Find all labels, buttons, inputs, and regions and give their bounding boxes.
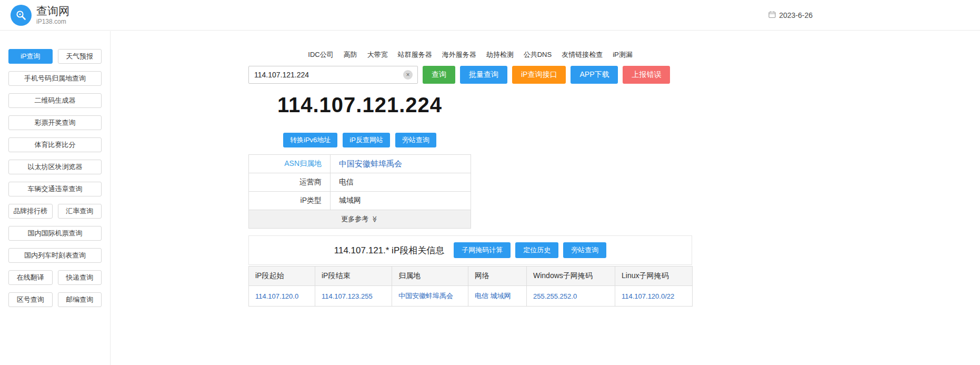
segment-section: 114.107.121.* iP段相关信息 子网掩码计算定位历史旁站查询 iP段… <box>248 235 692 307</box>
nav-link[interactable]: IDC公司 <box>308 50 333 60</box>
action-button[interactable]: APP下载 <box>571 66 618 84</box>
sidebar-item[interactable]: 天气预报 <box>58 49 102 64</box>
info-value: 电信 <box>331 173 471 192</box>
segment-tool-button[interactable]: 定位历史 <box>515 242 558 258</box>
ip-tool-button[interactable]: iP反查网站 <box>343 133 390 147</box>
segment-tool-button[interactable]: 子网掩码计算 <box>454 242 511 258</box>
ip-action-buttons: 转换iPv6地址iP反查网站旁站查询 <box>248 133 471 147</box>
ip-heading: 114.107.121.224 <box>248 93 471 117</box>
table-cell[interactable]: 255.255.252.0 <box>527 286 615 307</box>
ip-info-table: ASN归属地中国安徽蚌埠禹会运营商电信iP类型城域网更多参考≫ <box>248 154 471 229</box>
table-cell[interactable]: 114.107.120.0 <box>249 286 315 307</box>
column-header: iP段起始 <box>249 267 315 286</box>
sidebar-row: 品牌排行榜汇率查询 <box>8 204 102 219</box>
sidebar-row: 手机号码归属地查询 <box>8 71 102 86</box>
header: 查询网 iP138.com 2023-6-26 <box>0 0 980 31</box>
sidebar-item[interactable]: iP查询 <box>8 49 53 64</box>
sidebar: iP查询天气预报手机号码归属地查询二维码生成器彩票开奖查询体育比赛比分以太坊区块… <box>0 31 111 365</box>
ip-info-body: ASN归属地中国安徽蚌埠禹会运营商电信iP类型城域网更多参考≫ <box>249 155 471 229</box>
date-display: 2023-6-26 <box>768 11 813 19</box>
more-label: 更多参考 <box>341 215 368 223</box>
sidebar-item[interactable]: 体育比赛比分 <box>8 137 102 152</box>
site-title: 查询网 <box>36 5 69 17</box>
action-button[interactable]: 批量查询 <box>460 66 507 84</box>
action-button[interactable]: 上报错误 <box>623 66 670 84</box>
search-buttons: 查询批量查询iP查询接口APP下载上报错误 <box>423 66 670 84</box>
sidebar-item[interactable]: 品牌排行榜 <box>8 204 53 219</box>
table-cell[interactable]: 114.107.123.255 <box>315 286 392 307</box>
info-row: iP类型城域网 <box>249 192 471 210</box>
table-cell[interactable]: 中国安徽蚌埠禹会 <box>392 286 468 307</box>
column-header: 网络 <box>468 267 527 286</box>
ip-tool-button[interactable]: 旁站查询 <box>395 133 436 147</box>
nav-link[interactable]: 高防 <box>344 50 357 60</box>
sidebar-item[interactable]: 区号查询 <box>8 292 53 307</box>
column-header: Linux子网掩码 <box>615 267 693 286</box>
sidebar-item[interactable]: 二维码生成器 <box>8 93 102 108</box>
sidebar-row: 体育比赛比分 <box>8 137 102 152</box>
table-row: 114.107.120.0114.107.123.255中国安徽蚌埠禹会电信 城… <box>249 286 693 307</box>
segment-title: 114.107.121.* iP段相关信息 <box>334 244 444 257</box>
info-label[interactable]: ASN归属地 <box>249 155 331 173</box>
segment-table: iP段起始iP段结束归属地网络Windows子网掩码Linux子网掩码 114.… <box>248 266 693 307</box>
sidebar-row: 二维码生成器 <box>8 93 102 108</box>
sidebar-item[interactable]: 国内列车时刻表查询 <box>8 248 102 263</box>
sidebar-row: iP查询天气预报 <box>8 49 102 64</box>
sidebar-item[interactable]: 彩票开奖查询 <box>8 115 102 130</box>
sidebar-item[interactable]: 车辆交通违章查询 <box>8 182 102 196</box>
action-button[interactable]: 查询 <box>423 66 455 84</box>
nav-link[interactable]: 劫持检测 <box>486 50 514 60</box>
table-cell[interactable]: 114.107.120.0/22 <box>615 286 693 307</box>
sidebar-row: 国内国际机票查询 <box>8 226 102 241</box>
sidebar-row: 以太坊区块浏览器 <box>8 160 102 174</box>
logo-text: 查询网 iP138.com <box>36 5 69 25</box>
top-nav: IDC公司高防大带宽站群服务器海外服务器劫持检测公共DNS友情链接检查iP测漏 <box>248 50 692 60</box>
site-logo[interactable]: 查询网 iP138.com <box>11 5 69 26</box>
nav-link[interactable]: 友情链接检查 <box>562 50 603 60</box>
action-button[interactable]: iP查询接口 <box>512 66 566 84</box>
nav-link[interactable]: 站群服务器 <box>398 50 432 60</box>
sidebar-item[interactable]: 快递查询 <box>58 270 102 285</box>
result-section: 114.107.121.224 转换iPv6地址iP反查网站旁站查询 ASN归属… <box>248 93 471 229</box>
nav-link[interactable]: 海外服务器 <box>442 50 476 60</box>
sidebar-row: 区号查询邮编查询 <box>8 292 102 307</box>
segment-header: 114.107.121.* iP段相关信息 子网掩码计算定位历史旁站查询 <box>248 235 692 265</box>
clear-icon[interactable]: × <box>403 70 413 80</box>
nav-link[interactable]: 大带宽 <box>367 50 388 60</box>
ip-tool-button[interactable]: 转换iPv6地址 <box>283 133 337 147</box>
column-header: iP段结束 <box>315 267 392 286</box>
search-box: × <box>248 66 418 84</box>
column-header: Windows子网掩码 <box>527 267 615 286</box>
info-value[interactable]: 中国安徽蚌埠禹会 <box>331 155 471 173</box>
segment-tool-button[interactable]: 旁站查询 <box>563 242 606 258</box>
more-reference[interactable]: 更多参考≫ <box>249 210 471 229</box>
info-value: 城域网 <box>331 192 471 210</box>
sidebar-row: 在线翻译快递查询 <box>8 270 102 285</box>
segment-table-body: 114.107.120.0114.107.123.255中国安徽蚌埠禹会电信 城… <box>249 286 693 307</box>
table-cell[interactable]: 电信 城域网 <box>468 286 527 307</box>
nav-link[interactable]: iP测漏 <box>613 50 633 60</box>
sidebar-item[interactable]: 在线翻译 <box>8 270 53 285</box>
search-row: × 查询批量查询iP查询接口APP下载上报错误 <box>248 66 692 84</box>
date-text: 2023-6-26 <box>779 11 813 19</box>
info-row: ASN归属地中国安徽蚌埠禹会 <box>249 155 471 173</box>
info-row: 运营商电信 <box>249 173 471 192</box>
sidebar-item[interactable]: 汇率查询 <box>58 204 102 219</box>
chevron-down-icon: ≫ <box>372 216 379 223</box>
sidebar-item[interactable]: 国内国际机票查询 <box>8 226 102 241</box>
sidebar-row: 国内列车时刻表查询 <box>8 248 102 263</box>
nav-link[interactable]: 公共DNS <box>524 50 552 60</box>
sidebar-item[interactable]: 邮编查询 <box>58 292 102 307</box>
magnifier-logo-icon <box>11 5 32 26</box>
calendar-icon <box>768 11 776 19</box>
info-label: iP类型 <box>249 192 331 210</box>
info-label: 运营商 <box>249 173 331 192</box>
more-row: 更多参考≫ <box>249 210 471 229</box>
segment-buttons: 子网掩码计算定位历史旁站查询 <box>454 242 606 258</box>
column-header: 归属地 <box>392 267 468 286</box>
sidebar-row: 车辆交通违章查询 <box>8 182 102 196</box>
site-subtitle: iP138.com <box>36 18 69 25</box>
search-input[interactable] <box>249 66 417 83</box>
sidebar-item[interactable]: 手机号码归属地查询 <box>8 71 102 86</box>
sidebar-item[interactable]: 以太坊区块浏览器 <box>8 160 102 174</box>
